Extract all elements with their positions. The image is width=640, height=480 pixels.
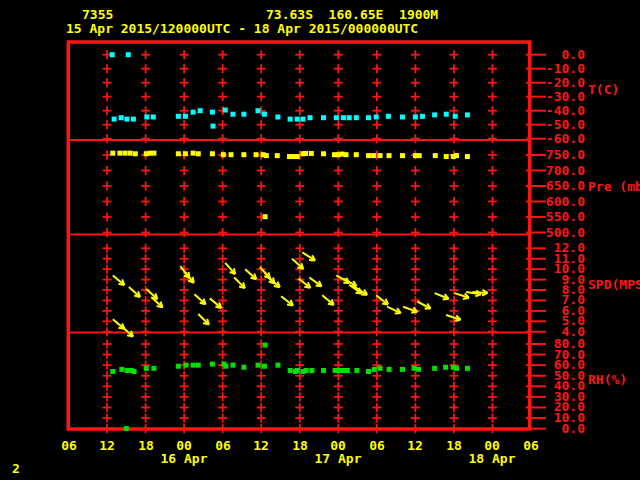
temp-point (151, 115, 156, 120)
temp-point (465, 112, 470, 117)
pressure-point (321, 151, 326, 156)
rh-point (378, 366, 383, 371)
x-hour-label: 06 (516, 439, 546, 453)
station-id: 7355 (82, 8, 113, 22)
temp-point (119, 115, 124, 120)
pressure-point (263, 214, 268, 219)
temp-point (374, 115, 379, 120)
rh-point (223, 364, 228, 369)
rh-point (275, 363, 280, 368)
wind-arrow (245, 269, 256, 279)
pressure-point (444, 154, 449, 159)
rh-point (210, 362, 215, 367)
pressure-point (210, 151, 215, 156)
temp-point (255, 108, 260, 113)
wind-arrow (417, 301, 430, 308)
x-hour-label: 18 (285, 439, 315, 453)
rh-point (295, 368, 300, 373)
rh-point (196, 363, 201, 368)
rh-point (263, 343, 268, 348)
rh-point (309, 368, 314, 373)
temp-tick-label: -50.0 (485, 118, 585, 132)
pressure-point (454, 153, 459, 158)
pressure-point (275, 153, 280, 158)
pressure-point (176, 151, 181, 156)
pressure-point (110, 151, 115, 156)
temp-point (183, 114, 188, 119)
pressure-point (417, 153, 422, 158)
rh-point (241, 365, 246, 370)
temp-point (275, 115, 280, 120)
temp-point (341, 115, 346, 120)
temp-tick-label: -20.0 (485, 76, 585, 90)
rh-point (336, 368, 341, 373)
temp-point (366, 115, 371, 120)
pressure-point (264, 153, 269, 158)
corner-note: 2 (12, 462, 20, 476)
pressure-point (191, 151, 196, 156)
temp-tick-label: -30.0 (485, 90, 585, 104)
rh-point (454, 366, 459, 371)
pressure-point (433, 153, 438, 158)
pressure-point (128, 151, 133, 156)
wind-arrow (435, 293, 449, 299)
rh-point (132, 369, 137, 374)
temp-point (112, 117, 117, 122)
pressure-tick-label: 550.0 (485, 210, 585, 224)
temp-point (334, 115, 339, 120)
wind-arrow (281, 296, 293, 305)
temp-tick-label: 0.0 (485, 48, 585, 62)
station-location: 73.63S 160.65E 1900M (266, 8, 438, 22)
temp-point (262, 112, 267, 117)
pressure-point (400, 153, 405, 158)
x-hour-label: 00 (169, 439, 199, 453)
temp-point (420, 114, 425, 119)
temp-point (176, 114, 181, 119)
pressure-point (303, 151, 308, 156)
pressure-point (371, 153, 376, 158)
x-hour-label: 06 (54, 439, 84, 453)
grid-crosses (103, 50, 546, 433)
wind-arrow (455, 293, 469, 299)
rh-point (288, 368, 293, 373)
pressure-tick-label: 500.0 (485, 226, 585, 240)
temp-point (413, 115, 418, 120)
rh-point (151, 366, 156, 371)
temp-point (288, 117, 293, 122)
x-hour-label: 00 (323, 439, 353, 453)
temp-point (223, 108, 228, 113)
pressure-point (295, 154, 300, 159)
temp-point (321, 115, 326, 120)
x-hour-label: 12 (92, 439, 122, 453)
date-label-17apr: 17 Apr (306, 452, 370, 466)
rh-point (354, 368, 359, 373)
wind-arrow (234, 278, 245, 289)
pressure-point (221, 152, 226, 157)
pressure-tick-label: 750.0 (485, 148, 585, 162)
temp-tick-label: -40.0 (485, 104, 585, 118)
rh-point (345, 368, 350, 373)
temp-point (432, 112, 437, 117)
temp-point (241, 112, 246, 117)
pressure-point (343, 152, 348, 157)
rh-axis-title: RH(%) (588, 373, 627, 387)
wind-arrow (194, 294, 205, 304)
rh-point (176, 364, 181, 369)
pressure-tick-label: 600.0 (485, 195, 585, 209)
rh-point (124, 426, 129, 431)
pressure-point (117, 151, 122, 156)
pressure-point (196, 151, 201, 156)
wind-arrow (309, 278, 321, 287)
wind-arrow (113, 275, 124, 285)
pressure-point (151, 151, 156, 156)
temp-point (300, 117, 305, 122)
x-hour-label: 12 (400, 439, 430, 453)
rh-point (387, 367, 392, 372)
pressure-point (133, 151, 138, 156)
pressure-point (254, 152, 259, 157)
temp-point (210, 110, 215, 115)
rh-point (191, 363, 196, 368)
wind-axis-title: SPD(MPS) (588, 278, 640, 292)
x-hour-label: 06 (208, 439, 238, 453)
temp-point (124, 117, 129, 122)
